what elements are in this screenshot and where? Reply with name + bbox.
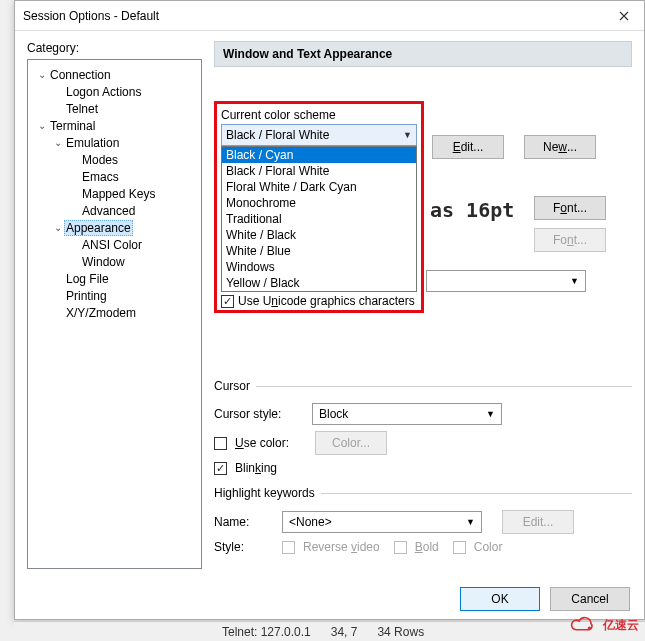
highlight-group-label: Highlight keywords [214, 486, 321, 500]
cancel-button[interactable]: Cancel [550, 587, 630, 611]
status-cursor-pos: 34, 7 [331, 625, 358, 639]
tree-item-label: Emacs [80, 170, 121, 184]
tree-item-label: Emulation [64, 136, 121, 150]
chevron-down-icon: ▼ [486, 409, 495, 419]
tree-item-label: Appearance [64, 220, 133, 236]
close-icon [619, 11, 629, 21]
hl-color-label: Color [474, 540, 503, 554]
scheme-option[interactable]: Traditional [222, 211, 416, 227]
dialog-title: Session Options - Default [23, 9, 159, 23]
category-pane: Category: ⌄ConnectionLogon ActionsTelnet… [27, 41, 202, 576]
highlight-name-label: Name: [214, 515, 274, 529]
scheme-option[interactable]: Windows [222, 259, 416, 275]
tree-item-log-file[interactable]: Log File [32, 270, 197, 287]
status-bar: Telnet: 127.0.0.1 34, 7 34 Rows [14, 621, 645, 641]
hl-color-checkbox [453, 541, 466, 554]
tree-item-terminal[interactable]: ⌄Terminal [32, 117, 197, 134]
color-scheme-highlight: Current color scheme Black / Floral Whit… [214, 101, 424, 313]
cursor-style-value: Block [319, 407, 348, 421]
tree-toggle-icon: ⌄ [52, 137, 64, 148]
tree-item-x-y-zmodem[interactable]: X/Y/Zmodem [32, 304, 197, 321]
reverse-video-label: Reverse video [303, 540, 380, 554]
tree-item-label: Log File [64, 272, 111, 286]
color-scheme-selected: Black / Floral White [226, 128, 329, 142]
dialog-footer: OK Cancel [460, 587, 630, 611]
chevron-down-icon: ▼ [466, 517, 475, 527]
scheme-option[interactable]: Floral White / Dark Cyan [222, 179, 416, 195]
tree-item-advanced[interactable]: Advanced [32, 202, 197, 219]
color-scheme-combo[interactable]: Black / Floral White ▼ [221, 124, 417, 146]
tree-item-window[interactable]: Window [32, 253, 197, 270]
charset-select[interactable]: ▼ [426, 270, 586, 292]
tree-toggle-icon: ⌄ [36, 69, 48, 80]
tree-item-label: Mapped Keys [80, 187, 157, 201]
status-rows: 34 Rows [377, 625, 424, 639]
highlight-style-label: Style: [214, 540, 274, 554]
tree-item-label: Window [80, 255, 127, 269]
tree-item-connection[interactable]: ⌄Connection [32, 66, 197, 83]
tree-item-label: Printing [64, 289, 109, 303]
narrow-font-button: Font... [534, 228, 606, 252]
tree-item-label: Connection [48, 68, 113, 82]
tree-item-modes[interactable]: Modes [32, 151, 197, 168]
tree-item-label: X/Y/Zmodem [64, 306, 138, 320]
tree-item-label: Terminal [48, 119, 97, 133]
chevron-down-icon: ▼ [570, 276, 579, 286]
cursor-color-button: Color... [315, 431, 387, 455]
bold-label: Bold [415, 540, 439, 554]
use-color-label: Use color: [235, 436, 307, 450]
cursor-style-select[interactable]: Block ▼ [312, 403, 502, 425]
reverse-video-checkbox [282, 541, 295, 554]
scheme-new-button[interactable]: New... [524, 135, 596, 159]
svg-point-0 [588, 627, 591, 630]
tree-item-logon-actions[interactable]: Logon Actions [32, 83, 197, 100]
scheme-option[interactable]: Monochrome [222, 195, 416, 211]
highlight-edit-button: Edit... [502, 510, 574, 534]
tree-item-ansi-color[interactable]: ANSI Color [32, 236, 197, 253]
cursor-style-label: Cursor style: [214, 407, 304, 421]
tree-item-appearance[interactable]: ⌄Appearance [32, 219, 197, 236]
tree-item-printing[interactable]: Printing [32, 287, 197, 304]
tree-item-label: Telnet [64, 102, 100, 116]
scheme-option[interactable]: White / Black [222, 227, 416, 243]
unicode-graphics-label: Use Unicode graphics characters [238, 294, 415, 308]
tree-toggle-icon: ⌄ [52, 222, 64, 233]
tree-toggle-icon: ⌄ [36, 120, 48, 131]
category-tree[interactable]: ⌄ConnectionLogon ActionsTelnet⌄Terminal⌄… [27, 59, 202, 569]
close-button[interactable] [604, 1, 644, 31]
blinking-checkbox[interactable] [214, 462, 227, 475]
unicode-graphics-checkbox[interactable] [221, 295, 234, 308]
tree-item-emulation[interactable]: ⌄Emulation [32, 134, 197, 151]
ok-button[interactable]: OK [460, 587, 540, 611]
titlebar: Session Options - Default [15, 1, 644, 31]
scheme-option[interactable]: White / Blue [222, 243, 416, 259]
category-label: Category: [27, 41, 202, 55]
color-scheme-dropdown[interactable]: Black / CyanBlack / Floral WhiteFloral W… [221, 146, 417, 292]
tree-item-label: Modes [80, 153, 120, 167]
color-scheme-label: Current color scheme [221, 108, 417, 122]
cursor-group-label: Cursor [214, 379, 256, 393]
scheme-option[interactable]: Black / Cyan [222, 147, 416, 163]
section-header: Window and Text Appearance [214, 41, 632, 67]
tree-item-mapped-keys[interactable]: Mapped Keys [32, 185, 197, 202]
bold-checkbox [394, 541, 407, 554]
scheme-option[interactable]: Black / Floral White [222, 163, 416, 179]
normal-font-button[interactable]: Font... [534, 196, 606, 220]
scheme-edit-button[interactable]: Edit... [432, 135, 504, 159]
blinking-label: Blinking [235, 461, 277, 475]
tree-item-label: Advanced [80, 204, 137, 218]
use-color-checkbox[interactable] [214, 437, 227, 450]
tree-item-label: Logon Actions [64, 85, 143, 99]
scheme-option[interactable]: Yellow / Black [222, 275, 416, 291]
font-preview: as 16pt [430, 198, 514, 222]
highlight-name-value: <None> [289, 515, 332, 529]
watermark: 亿速云 [567, 615, 639, 635]
tree-item-label: ANSI Color [80, 238, 144, 252]
tree-item-emacs[interactable]: Emacs [32, 168, 197, 185]
cloud-icon [567, 615, 599, 635]
status-connection: Telnet: 127.0.0.1 [222, 625, 311, 639]
chevron-down-icon: ▼ [403, 130, 412, 140]
highlight-name-select[interactable]: <None> ▼ [282, 511, 482, 533]
tree-item-telnet[interactable]: Telnet [32, 100, 197, 117]
